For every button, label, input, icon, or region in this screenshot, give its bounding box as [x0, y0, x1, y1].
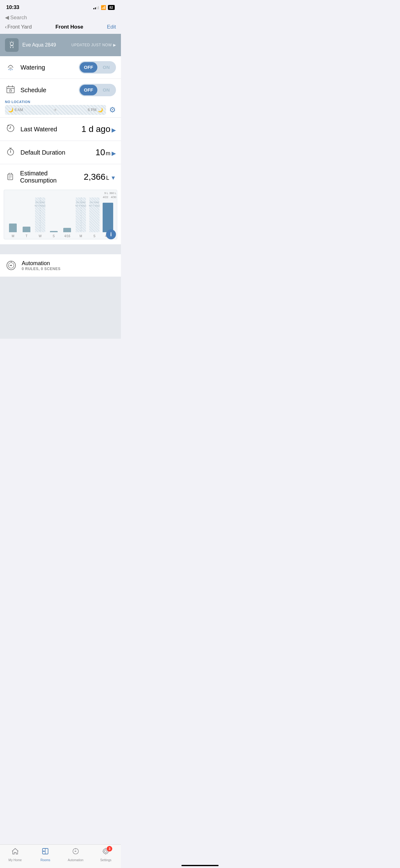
consumption-chart: 9 L4/22 360 L4/30 No Datafor 2 days: [0, 190, 121, 244]
bottom-spacer: [0, 277, 121, 339]
last-watered-icon: [5, 123, 16, 135]
chart-bar-m: [9, 223, 17, 232]
automation-title: Automation: [22, 260, 61, 267]
default-duration-label: Default Duration: [21, 149, 65, 156]
chart-bar-s1: [50, 231, 58, 232]
main-content: Watering OFF ON: [0, 56, 121, 244]
device-info: Eve Aqua 2849: [5, 38, 56, 52]
schedule-row: Schedule OFF ON: [0, 79, 121, 100]
chart-bar-430: [103, 203, 113, 232]
status-time: 10:33: [6, 4, 19, 10]
no-location-text: NO LOCATION: [5, 100, 30, 104]
device-icon: [5, 38, 19, 52]
back-to-section-button[interactable]: ‹ Front Yard: [5, 24, 32, 30]
schedule-toggle[interactable]: OFF ON: [79, 84, 116, 96]
moon-icon: 🌙: [8, 107, 13, 113]
schedule-time-bar: 🌙 6 AM ☀ 6 PM 🌙: [5, 105, 106, 115]
back-chevron-icon: ◀: [5, 14, 9, 21]
svg-point-21: [10, 152, 11, 153]
svg-point-32: [10, 265, 12, 266]
default-duration-value: 10m: [96, 148, 110, 157]
back-section-label: Front Yard: [7, 24, 32, 30]
schedule-bar-area: NO LOCATION 🌙 6 AM ☀ 6 PM 🌙 ⚙: [5, 100, 116, 115]
schedule-label: Schedule: [21, 87, 46, 94]
consumption-row: Estimated Consumption 2,366L ▼: [0, 164, 121, 190]
back-search-label: Search: [10, 14, 27, 21]
last-watered-chevron: ▶: [112, 127, 116, 133]
automation-rules: 0 RULES, 0 SCENES: [22, 267, 61, 271]
svg-point-5: [13, 47, 14, 48]
svg-point-7: [10, 69, 11, 70]
last-watered-label: Last Watered: [21, 126, 57, 133]
moon-icon-right: 🌙: [98, 107, 103, 113]
last-watered-row[interactable]: Last Watered 1 d ago ▶: [0, 118, 121, 141]
automation-section[interactable]: Automation 0 RULES, 0 SCENES: [0, 254, 121, 277]
automation-icon: [5, 259, 18, 272]
default-duration-row[interactable]: Default Duration 10m ▶: [0, 141, 121, 164]
svg-line-2: [10, 42, 10, 42]
time-6am: 6 AM: [14, 108, 23, 112]
watering-off-option[interactable]: OFF: [80, 62, 97, 73]
last-watered-value: 1 d ago: [81, 124, 110, 134]
time-6pm: 6 PM: [88, 108, 96, 112]
duration-icon: [5, 147, 16, 158]
signal-icon: [93, 6, 99, 9]
duration-chevron: ▶: [112, 150, 116, 157]
search-back-button[interactable]: ◀ Search: [0, 12, 121, 22]
sun-icon: ☀: [53, 107, 57, 113]
schedule-icon: [5, 84, 16, 96]
chart-bar-416: [63, 228, 71, 232]
schedule-on-option[interactable]: ON: [97, 85, 115, 95]
svg-point-4: [10, 47, 11, 48]
schedule-section: Schedule OFF ON NO LOCATION 🌙 6 AM ☀: [0, 79, 121, 118]
status-bar: 10:33 📶 82: [0, 0, 121, 12]
schedule-settings-icon[interactable]: ⚙: [109, 105, 116, 114]
chart-x-labels: M T W S 4/16 M S 4/30: [4, 235, 117, 238]
svg-point-6: [9, 69, 10, 70]
battery-indicator: 82: [108, 5, 115, 10]
consumption-label: Estimated Consumption: [20, 170, 84, 184]
watering-row: Watering OFF ON: [0, 56, 121, 79]
wifi-icon: 📶: [101, 5, 106, 10]
chevron-right-icon: ▶: [113, 43, 116, 47]
consumption-value: 2,366L: [84, 172, 109, 182]
edit-button[interactable]: Edit: [107, 24, 116, 30]
consumption-chevron-down: ▼: [110, 175, 116, 181]
watering-label: Watering: [21, 64, 45, 71]
svg-point-8: [12, 69, 13, 70]
schedule-off-option[interactable]: OFF: [80, 85, 97, 95]
back-section-chevron: ‹: [5, 24, 7, 30]
chart-info-button[interactable]: i: [106, 229, 116, 239]
device-banner: Eve Aqua 2849 UPDATED JUST NOW ▶: [0, 34, 121, 56]
page-title: Front Hose: [56, 24, 84, 30]
device-updated-status: UPDATED JUST NOW ▶: [71, 43, 116, 47]
status-icons: 📶 82: [93, 5, 115, 10]
chart-bar-t: [23, 227, 30, 232]
svg-point-0: [10, 42, 13, 45]
page-header: ‹ Front Yard Front Hose Edit: [0, 22, 121, 34]
no-data-7days: No Datafor 7 days: [89, 201, 100, 207]
section-separator: [0, 244, 121, 254]
consumption-icon: [5, 171, 16, 183]
svg-line-3: [13, 42, 14, 42]
watering-icon: [5, 61, 16, 73]
device-name: Eve Aqua 2849: [22, 42, 56, 48]
watering-on-option[interactable]: ON: [97, 62, 115, 73]
watering-toggle[interactable]: OFF ON: [79, 61, 116, 73]
